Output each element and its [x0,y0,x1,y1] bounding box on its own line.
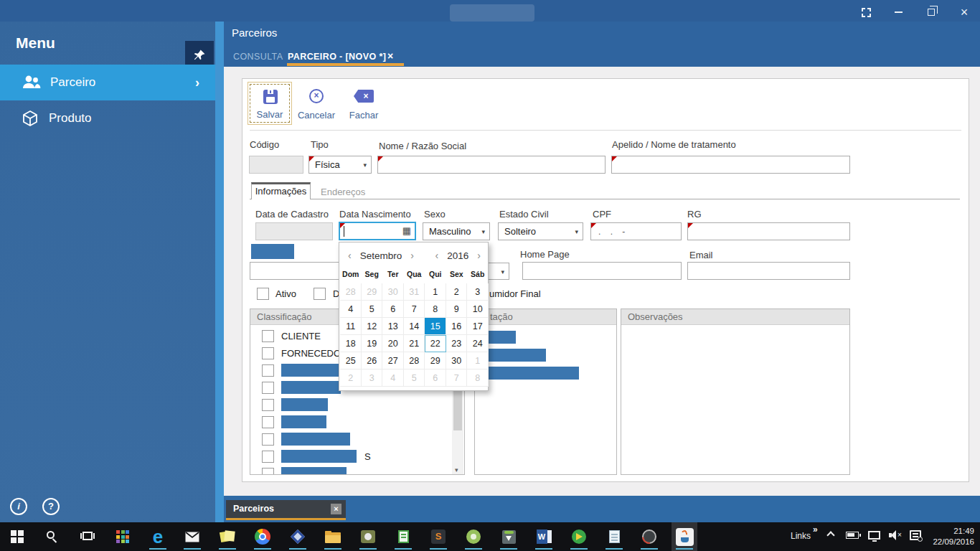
cancel-button[interactable]: × Cancelar [294,82,339,125]
scroll-down-icon[interactable]: ▾ [455,466,458,474]
rg-field[interactable] [687,222,850,240]
calendar-day[interactable]: 8 [467,369,489,387]
next-month-icon[interactable]: › [410,250,414,261]
calendar-day[interactable]: 18 [340,335,362,352]
calendar-day[interactable]: 11 [340,318,362,335]
item-checkbox[interactable] [262,416,274,428]
tab-enderecos[interactable]: Endereços [321,187,365,197]
calendar-day[interactable]: 5 [362,301,383,318]
calendar-day[interactable]: 5 [404,369,425,387]
task-view-button[interactable] [76,525,99,548]
tipo-combobox[interactable]: Física ▾ [308,156,372,174]
calendar-day[interactable]: 2 [340,369,362,387]
item-checkbox[interactable] [262,468,274,476]
calendar-day[interactable]: 1 [425,283,446,301]
calendar-day[interactable]: 4 [340,301,362,318]
restore-button[interactable] [921,3,941,19]
calendar-day[interactable]: 21 [404,335,425,352]
calendar-icon[interactable]: ▦ [402,225,411,236]
calendar-day[interactable]: 28 [404,352,425,369]
edge-icon[interactable]: e [146,525,169,548]
calendar-day[interactable]: 2 [446,283,468,301]
android-studio-icon[interactable] [462,525,485,548]
calendar-day[interactable]: 29 [362,283,383,301]
open-window-item[interactable]: Parceiros × [226,500,346,520]
list-item[interactable] [250,396,453,413]
list-item[interactable] [250,413,453,430]
calendar-day[interactable]: 29 [425,352,446,369]
app-grid-icon[interactable] [111,525,134,548]
list-item[interactable] [250,430,453,448]
year-label[interactable]: 2016 [447,250,468,261]
notepad-icon[interactable] [603,525,626,548]
calendar-day[interactable]: 6 [425,369,446,387]
item-checkbox[interactable] [262,433,274,446]
sublime-text-icon[interactable]: S [427,525,450,548]
calendar-day[interactable]: 7 [404,301,425,318]
cpf-field[interactable]: . . - [590,222,682,240]
calendar-day[interactable]: 13 [382,318,404,335]
help-icon[interactable]: ? [42,498,60,515]
prev-year-icon[interactable]: ‹ [435,250,439,261]
calendar-day[interactable]: 31 [404,283,425,301]
home-page-field[interactable] [522,262,682,280]
calendar-day[interactable]: 3 [467,283,489,301]
item-checkbox[interactable] [262,330,274,342]
calendar-day[interactable]: 17 [467,318,489,335]
overflow-chevrons[interactable]: » [813,524,818,534]
item-checkbox[interactable] [262,364,274,377]
sidebar-item-parceiro[interactable]: Parceiro › [0,65,215,100]
calendar-day[interactable]: 15 [425,318,446,335]
calendar-day[interactable]: 19 [362,335,383,352]
calendar-day[interactable]: 9 [446,301,468,318]
mail-icon[interactable] [181,525,204,548]
calendar-day[interactable]: 25 [340,352,362,369]
nome-field[interactable] [377,156,606,174]
close-button[interactable]: × [954,4,974,20]
android-sdk-icon[interactable] [497,525,520,548]
calendar-day[interactable]: 1 [467,352,489,369]
email-field[interactable] [687,262,850,280]
item-checkbox[interactable] [262,382,274,394]
observacoes-panel[interactable]: Observações [621,309,850,475]
list-item[interactable] [250,465,453,475]
item-checkbox[interactable] [262,451,274,463]
calendar-day[interactable]: 16 [446,318,468,335]
close-form-button[interactable]: × Fachar [341,82,386,125]
virtualbox-icon[interactable] [286,525,309,548]
list-item[interactable]: S [250,448,453,465]
clock[interactable]: 21:49 22/09/2016 [920,526,974,547]
next-year-icon[interactable]: › [477,250,481,261]
network-icon[interactable] [868,531,880,540]
info-icon[interactable]: i [10,498,27,515]
calendar-day[interactable]: 30 [382,283,404,301]
scrollbar-thumb[interactable] [453,389,462,430]
tab-informacoes[interactable]: Informações [251,182,311,199]
idm-icon[interactable] [567,525,590,548]
prev-month-icon[interactable]: ‹ [348,250,352,261]
volume-muted-icon[interactable]: × [889,530,903,540]
fullscreen-icon[interactable] [856,4,876,20]
minimize-button[interactable] [888,4,908,20]
file-explorer-icon[interactable] [321,525,344,548]
sidebar-item-produto[interactable]: Produto [0,100,215,136]
sticky-notes-icon[interactable] [216,525,239,548]
notepad-plus-plus-icon[interactable] [392,525,415,548]
month-label[interactable]: Setembro [360,250,402,261]
start-button[interactable] [6,525,29,548]
calendar-day[interactable]: 24 [467,335,489,352]
calendar-day[interactable]: 4 [382,369,404,387]
calendar-day[interactable]: 8 [425,301,446,318]
calendar-day[interactable]: 22 [425,335,446,352]
calendar-day[interactable]: 30 [446,352,468,369]
item-checkbox[interactable] [262,399,274,411]
calendar-day[interactable]: 23 [446,335,468,352]
tab-parceiro-novo[interactable]: PARCEIRO - [NOVO *] [288,52,386,62]
calendar-day[interactable]: 28 [340,283,362,301]
tray-expand-icon[interactable] [828,532,834,538]
processing-app-icon[interactable] [638,525,661,548]
word-icon[interactable]: W [532,525,555,548]
save-button[interactable]: Salvar [248,82,292,125]
calendar-day[interactable]: 10 [467,301,489,318]
calendar-day[interactable]: 26 [362,352,383,369]
